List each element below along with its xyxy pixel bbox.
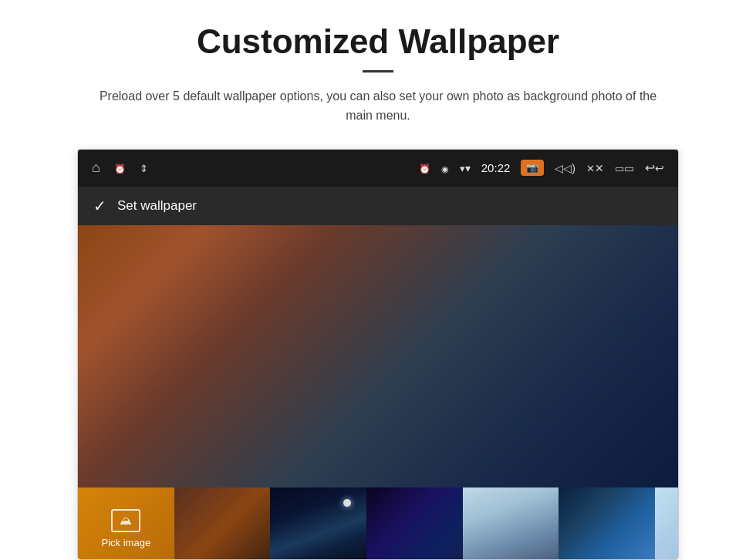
pick-image-thumbnail[interactable]: Pick image	[78, 487, 174, 560]
pick-image-icon	[111, 509, 140, 532]
wallpaper-thumbnail-2[interactable]	[174, 487, 271, 560]
thumbnails-strip: Pick image	[78, 487, 678, 560]
pick-image-label: Pick image	[102, 537, 151, 548]
app-bar-title: Set wallpaper	[117, 198, 197, 214]
confirm-icon[interactable]: ✓	[93, 197, 106, 215]
wallpaper-preview	[78, 225, 678, 487]
status-bar-left	[92, 160, 148, 176]
window-icon: ▭	[615, 162, 634, 174]
device-frame: ▾ 20:22 📷 ◁) ✕ ▭ ↩ ✓ Set wallpaper Pick …	[77, 149, 679, 560]
home-icon	[92, 160, 100, 176]
status-bar: ▾ 20:22 📷 ◁) ✕ ▭ ↩	[78, 150, 678, 187]
clock-icon2	[419, 162, 430, 174]
page-header: Customized Wallpaper Preload over 5 defa…	[0, 0, 756, 138]
wallpaper-thumbnail-5[interactable]	[463, 487, 559, 560]
page-title: Customized Wallpaper	[62, 22, 694, 62]
wallpaper-thumbnail-7-partial[interactable]	[655, 487, 678, 560]
page-description: Preload over 5 default wallpaper options…	[85, 86, 671, 126]
status-time: 20:22	[481, 161, 511, 174]
wifi-icon: ▾	[460, 162, 471, 174]
wallpaper-thumbnail-6[interactable]	[559, 487, 655, 560]
close-icon: ✕	[586, 162, 604, 174]
usb-icon	[140, 162, 148, 174]
alarm-icon	[114, 162, 126, 174]
wallpaper-thumbnail-4[interactable]	[366, 487, 463, 560]
back-icon: ↩	[645, 160, 664, 175]
camera-button[interactable]: 📷	[521, 160, 544, 176]
wallpaper-thumbnail-3[interactable]	[270, 487, 366, 560]
volume-icon: ◁)	[555, 162, 575, 174]
title-divider	[363, 70, 393, 73]
app-bar: ✓ Set wallpaper	[78, 187, 678, 225]
status-bar-right: ▾ 20:22 📷 ◁) ✕ ▭ ↩	[419, 160, 664, 176]
location-icon	[441, 162, 449, 174]
